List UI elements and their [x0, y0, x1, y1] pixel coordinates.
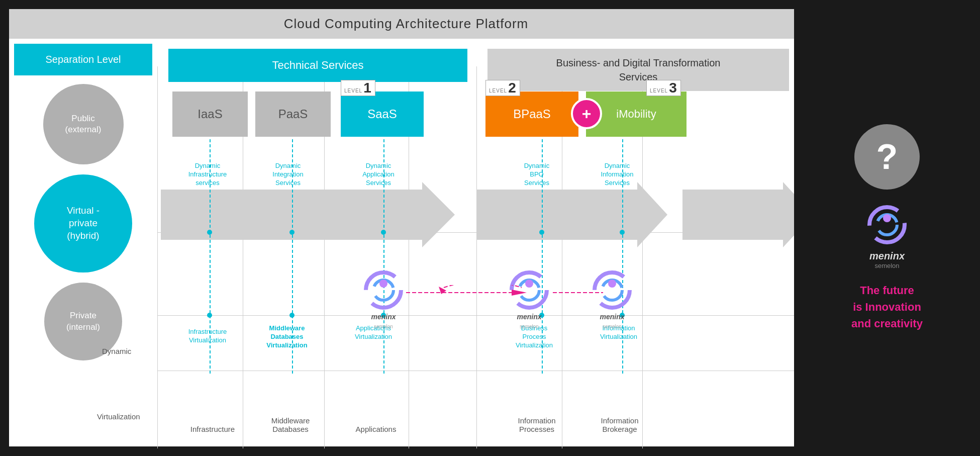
bottom-info-brok: InformationBrokerage [584, 416, 655, 433]
dot-apps-top [381, 230, 386, 235]
box-paas: PaaS [255, 92, 331, 137]
svg-marker-0 [161, 182, 455, 247]
virt-label-mid: MiddlewareDatabasesVirtualization [254, 324, 320, 350]
future-text-right: The futureis Innovationand creativity [841, 282, 933, 332]
v-grid-5 [476, 66, 477, 448]
separation-level-header: Separation Level [14, 44, 152, 75]
box-bpaas: BPaaS [485, 92, 578, 137]
label-dynamic: Dynamic [102, 347, 131, 355]
level-2-badge: LEVEL2 [485, 80, 520, 96]
dyn-label-int: DynamicIntegrationServices [255, 162, 321, 188]
meninx-logo-1: meninx semelon [361, 267, 406, 330]
h-line-2 [157, 315, 806, 316]
svg-marker-2 [682, 182, 813, 247]
svg-marker-1 [476, 182, 667, 247]
box-iaas: IaaS [172, 92, 248, 137]
biz-services-header-wrap: Business- and Digital TransformationServ… [482, 44, 794, 91]
biz-services-header: Business- and Digital TransformationServ… [487, 49, 789, 91]
dot-mid-bot [289, 313, 295, 318]
circles-container: Public(external) Virtual -private(hybrid… [19, 84, 147, 360]
content-area: Separation Level Public(external) Virtua… [9, 39, 803, 448]
bottom-infra: Infrastructure [180, 425, 245, 433]
big-arrow-left [161, 182, 455, 247]
pink-curved-1 [439, 285, 524, 315]
dot-infra-top [207, 230, 212, 235]
label-virtualization: Virtualization [97, 412, 140, 421]
plus-circle: + [571, 98, 602, 129]
bottom-mid: MiddlewareDatabases [255, 416, 326, 433]
bottom-apps: Applications [343, 425, 409, 433]
v-grid-1 [157, 66, 158, 448]
dot-info-brok-top [620, 230, 625, 235]
svg-marker-20 [439, 287, 446, 294]
box-saas: SaaS [341, 92, 424, 137]
bottom-info-proc: InformationProcesses [502, 416, 572, 433]
svg-point-8 [366, 272, 401, 308]
circle-public: Public(external) [43, 84, 124, 164]
virt-label-infra: InfrastructureVirtualization [175, 328, 240, 345]
svg-point-26 [883, 214, 891, 222]
dot-mid-top [289, 230, 295, 235]
big-arrow-right [476, 182, 667, 247]
tech-services-header-wrap: Technical Services [163, 44, 472, 82]
level-3-badge: LEVEL3 [646, 80, 681, 96]
title-bar: Cloud Computing Architecture Platform [9, 9, 803, 39]
question-mark-display: ? [854, 124, 920, 190]
pink-dashed-arrow-2 [553, 285, 613, 300]
dyn-label-app: DynamicApplicationServices [346, 162, 411, 188]
svg-point-10 [379, 280, 387, 288]
svg-point-24 [869, 207, 905, 242]
separation-level-col: Separation Level Public(external) Virtua… [9, 39, 157, 448]
right-dark-panel: ? meninx semelon The futureis Innovation… [794, 0, 980, 456]
sep-level-label: Separation Level [45, 54, 121, 65]
h-line-3 [157, 371, 806, 371]
dyn-label-infra: DynamicInfrastructureservices [175, 162, 240, 188]
main-title: Cloud Computing Architecture Platform [284, 16, 528, 31]
dyn-label-info: DynamicInformationServices [584, 162, 650, 188]
brand-logo-right: meninx semelon [859, 202, 915, 269]
circle-virtual: Virtual -private(hybrid) [34, 174, 132, 272]
dyn-label-bpo: DynamicBPOServices [504, 162, 569, 188]
dot-infra-bot [207, 313, 212, 318]
dot-info-proc-top [539, 230, 544, 235]
level-1-badge: LEVEL1 [341, 80, 375, 96]
tech-services-header: Technical Services [168, 49, 467, 82]
big-arrow-far-right [682, 182, 813, 247]
main-container: Cloud Computing Architecture Platform Se… [9, 9, 803, 446]
